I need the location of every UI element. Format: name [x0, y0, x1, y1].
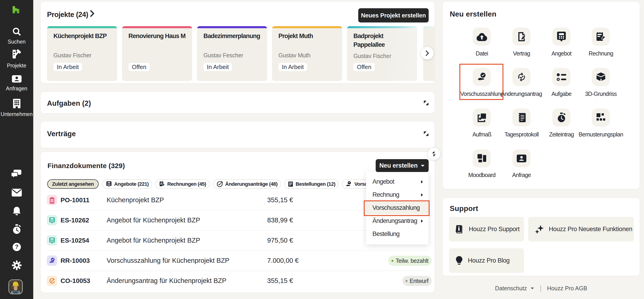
svg-text:?: ?	[15, 244, 18, 250]
